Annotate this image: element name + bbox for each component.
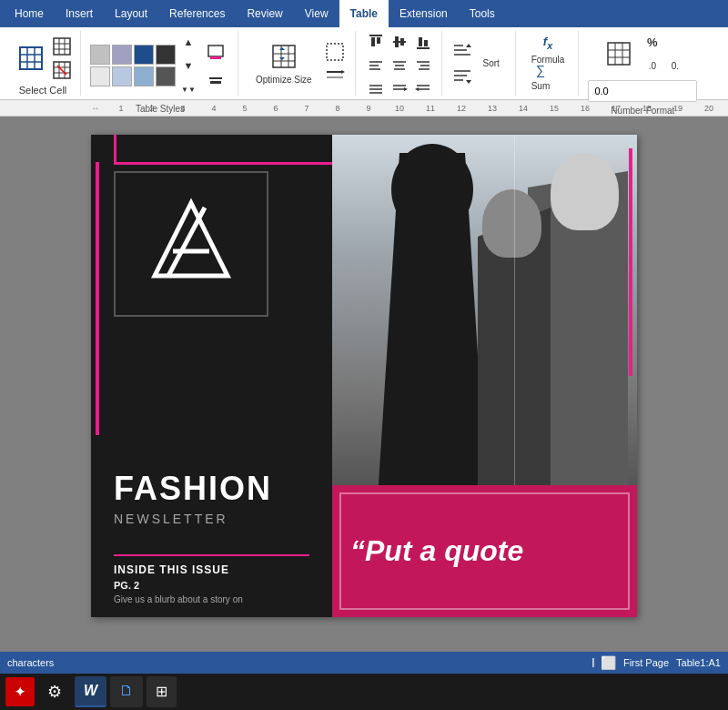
doc-right-column: “Put a quote [332, 135, 637, 617]
tab-review[interactable]: Review [236, 0, 293, 27]
file-app-btn[interactable]: 🗋 [110, 676, 143, 707]
ruler-marks: 1 2 3 4 5 6 7 8 9 10 11 12 13 14 15 16 1… [106, 104, 724, 113]
ribbon-tab-bar: Home Insert Layout References Review Vie… [0, 0, 728, 27]
alignment-group [358, 31, 442, 96]
table-delete-btn[interactable] [51, 59, 73, 81]
tab-layout[interactable]: Layout [104, 0, 158, 27]
align-bottom-btn[interactable] [412, 31, 434, 53]
ruler-mark-6: 6 [260, 104, 291, 113]
tab-table[interactable]: Table [339, 0, 389, 27]
word-icon: W [84, 683, 97, 699]
tab-insert[interactable]: Insert [55, 0, 104, 27]
select-cell-row: Select Cell [19, 85, 67, 96]
svg-rect-20 [273, 46, 295, 67]
logo-inner [136, 189, 246, 299]
style-down-btn[interactable]: ▼ [177, 55, 199, 76]
quote-border [339, 492, 630, 610]
table-row-btn[interactable] [51, 36, 73, 57]
style-more-btn[interactable]: ▼▼ [177, 78, 199, 100]
formula-fx-icon: fx [543, 35, 552, 51]
tab-view[interactable]: View [294, 0, 339, 27]
doc-left-column: FASHION NEWSLETTER INSIDE THIS ISSUE PG.… [91, 135, 332, 617]
align-middle-btn[interactable] [389, 31, 410, 53]
text-align-left-btn[interactable] [365, 55, 387, 76]
rtl-btn[interactable] [389, 78, 410, 100]
tab-references[interactable]: References [158, 0, 236, 27]
insert-table-btn[interactable] [600, 34, 638, 74]
optimize-content: Optimize Size [248, 31, 348, 96]
ltr-btn[interactable] [412, 78, 434, 100]
select-cell-group-content [13, 31, 73, 85]
align-top-btn[interactable] [365, 31, 387, 53]
text-align-center-btn[interactable] [389, 55, 410, 76]
alignment-content [365, 31, 434, 100]
svg-rect-35 [419, 37, 422, 46]
document-page: FASHION NEWSLETTER INSIDE THIS ISSUE PG.… [91, 135, 637, 617]
formula-group: fx Formula ∑ Sum [518, 31, 580, 96]
sum-btn[interactable]: ∑ Sum [525, 66, 557, 89]
formula-btns: fx Formula ∑ Sum [525, 38, 571, 89]
svg-rect-17 [210, 56, 221, 59]
head-left [482, 189, 541, 258]
ruler-mark-9: 9 [353, 104, 384, 113]
number-format-group: % .0 0. 0.0 Number Format [581, 31, 704, 96]
table-icon-btn[interactable] [13, 35, 49, 82]
style-up-btn[interactable]: ▲ [177, 31, 199, 53]
taskbar: ✦ ⚙ W 🗋 ⊞ [0, 674, 728, 710]
border-width-btn[interactable] [324, 65, 346, 86]
ribbon-content: Select Cell [0, 27, 728, 100]
inside-pg: PG. 2 [114, 580, 309, 591]
ruler-mark-8: 8 [322, 104, 353, 113]
style-row-1 [90, 45, 176, 65]
head-center [391, 144, 473, 235]
border-color-btn[interactable] [205, 67, 227, 89]
fashion-photo [332, 135, 637, 499]
select-cell-group: Select Cell [5, 31, 81, 96]
ruler-mark-1: 1 [106, 104, 136, 113]
sort-label-btn[interactable]: Sort [475, 40, 508, 87]
spreadsheet-app-btn[interactable]: ⊞ [147, 676, 177, 707]
ruler-mark-16: 16 [570, 104, 601, 113]
start-button[interactable]: ✦ [5, 677, 35, 706]
select-cell-label: Select Cell [19, 85, 67, 96]
tab-tools[interactable]: Tools [459, 0, 506, 27]
style-swatch-8[interactable] [156, 66, 176, 86]
fill-color-btn[interactable] [205, 42, 227, 64]
tab-home[interactable]: Home [4, 0, 55, 27]
svg-rect-29 [371, 37, 375, 46]
table-sub-btns [51, 36, 73, 81]
table-styles-group: ▲ ▼ ▼▼ [83, 31, 238, 96]
text-align-right-btn[interactable] [412, 55, 434, 76]
settings-btn[interactable]: ⚙ [38, 675, 71, 708]
number-format-top: % .0 0. [600, 31, 686, 76]
border-style-btn[interactable] [324, 41, 346, 63]
style-swatch-2[interactable] [112, 45, 132, 65]
decimal-inc-btn[interactable]: .0 [642, 55, 663, 76]
sort-asc-btn[interactable] [451, 40, 473, 62]
number-format-input[interactable]: 0.0 [588, 80, 697, 102]
decimal-dec-btn[interactable]: 0. [664, 55, 686, 76]
style-swatch-3[interactable] [134, 45, 154, 65]
pink-line-top [114, 135, 116, 162]
text-align-justify-btn[interactable] [365, 78, 387, 100]
style-swatch-5[interactable] [90, 66, 110, 86]
svg-rect-0 [20, 47, 42, 69]
style-swatch-4[interactable] [156, 45, 176, 65]
word-app-btn[interactable]: W [75, 676, 106, 707]
color-btns [201, 38, 230, 93]
style-swatch-6[interactable] [112, 66, 132, 86]
spreadsheet-icon: ⊞ [156, 683, 167, 700]
optimize-sub-btns [322, 39, 348, 88]
inside-section: INSIDE THIS ISSUE PG. 2 Give us a blurb … [91, 543, 332, 617]
pink-vert-right [629, 148, 632, 376]
style-swatch-1[interactable] [90, 45, 110, 65]
sort-desc-btn[interactable] [451, 66, 473, 87]
percent-btn[interactable]: % [642, 31, 663, 53]
ruler-mark-15: 15 [539, 104, 570, 113]
optimize-size-btn[interactable]: Optimize Size [248, 38, 320, 89]
style-swatch-7[interactable] [134, 66, 154, 86]
svg-rect-32 [395, 36, 399, 47]
formula-btn[interactable]: fx Formula [525, 38, 571, 62]
tab-extension[interactable]: Extension [389, 0, 459, 27]
sort-label: Sort [483, 58, 500, 68]
